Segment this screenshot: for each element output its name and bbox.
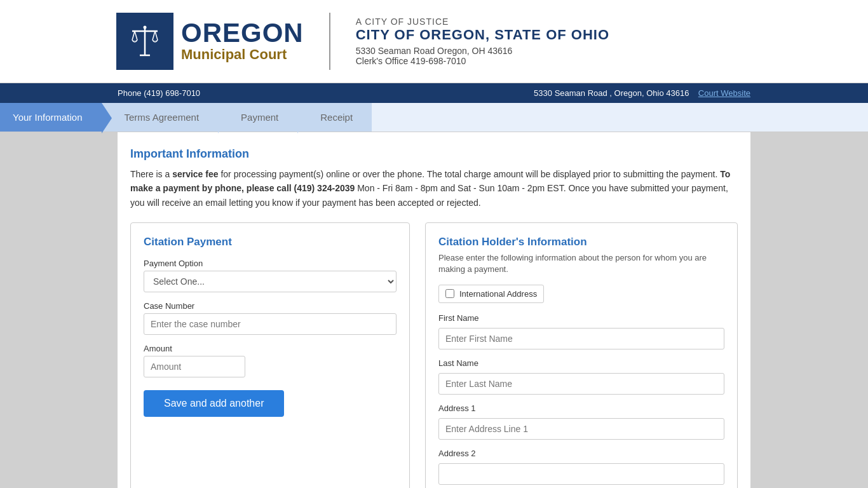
case-number-input[interactable] [144, 313, 397, 335]
step-label-receipt: Receipt [320, 112, 353, 123]
svg-line-4 [153, 31, 155, 40]
address1-label: Address 1 [438, 403, 724, 413]
first-name-input[interactable] [438, 328, 724, 349]
court-tagline: A CITY OF JUSTICE [356, 17, 609, 27]
step-label-terms-agreement: Terms Agreement [125, 112, 200, 123]
international-address-text: International Address [459, 289, 537, 299]
header: OREGON Municipal Court A CITY OF JUSTICE… [0, 0, 868, 83]
step-receipt[interactable]: Receipt [297, 103, 372, 132]
payment-option-group: Payment Option Select One... Credit Card… [144, 259, 397, 292]
court-address: 5330 Seaman Road Oregon, OH 43616 [356, 46, 609, 56]
last-name-group: Last Name [438, 358, 724, 395]
main-content: Important Information There is a service… [118, 132, 750, 488]
step-label-payment: Payment [241, 112, 278, 123]
nav-right: 5330 Seaman Road , Oregon, Ohio 43616 Co… [534, 88, 750, 98]
case-number-group: Case Number [144, 301, 397, 335]
payment-option-select[interactable]: Select One... Credit Card Check [144, 271, 397, 292]
form-columns: Citation Payment Payment Option Select O… [118, 222, 750, 488]
logo-text: OREGON Municipal Court [181, 20, 304, 63]
step-terms-agreement[interactable]: Terms Agreement [102, 103, 219, 132]
court-website-link[interactable]: Court Website [698, 88, 750, 98]
address1-input[interactable] [438, 418, 724, 440]
international-address-checkbox[interactable] [445, 289, 454, 298]
nav-bar: Phone (419) 698-7010 5330 Seaman Road , … [0, 83, 868, 103]
payment-option-label: Payment Option [144, 259, 397, 268]
save-add-another-button[interactable]: Save and add another [144, 390, 284, 417]
svg-line-3 [135, 31, 137, 40]
international-address-label[interactable]: International Address [438, 285, 544, 303]
logo-block: OREGON Municipal Court [116, 13, 330, 70]
citation-payment-title: Citation Payment [144, 236, 397, 248]
case-number-label: Case Number [144, 301, 397, 311]
logo-oregon-text: OREGON [181, 20, 304, 46]
court-logo-icon [116, 13, 173, 70]
first-name-label: First Name [438, 313, 724, 323]
logo-municipal-text: Municipal Court [181, 46, 304, 63]
citation-payment-card: Citation Payment Payment Option Select O… [130, 222, 410, 488]
amount-group: Amount [144, 344, 397, 377]
svg-line-5 [155, 31, 158, 40]
important-text-part1: There is a [130, 169, 172, 179]
nav-address: 5330 Seaman Road , Oregon, Ohio 43616 [534, 88, 689, 98]
citation-holder-title: Citation Holder's Information [438, 236, 724, 248]
address1-group: Address 1 [438, 403, 724, 440]
step-payment[interactable]: Payment [218, 103, 297, 132]
court-info: A CITY OF JUSTICE CITY OF OREGON, STATE … [330, 17, 609, 66]
important-text: There is a service fee for processing pa… [130, 167, 738, 210]
citation-holder-card: Citation Holder's Information Please ent… [425, 222, 738, 488]
amount-label: Amount [144, 344, 397, 353]
important-text-part2: for processing payment(s) online or over… [219, 169, 721, 179]
step-your-information[interactable]: Your Information [0, 103, 102, 132]
address2-label: Address 2 [438, 449, 724, 458]
phone-label: Phone (419) 698-7010 [118, 88, 200, 98]
address2-input[interactable] [438, 463, 724, 485]
important-title: Important Information [130, 147, 738, 161]
step-label-your-information: Your Information [13, 112, 83, 123]
important-bold1: service fee [172, 169, 218, 179]
svg-line-2 [132, 31, 135, 40]
svg-point-7 [144, 26, 147, 29]
citation-holder-subtitle: Please enter the following information a… [438, 252, 724, 275]
amount-input[interactable] [144, 356, 245, 377]
address2-group: Address 2 [438, 449, 724, 485]
last-name-input[interactable] [438, 373, 724, 395]
important-section: Important Information There is a service… [118, 147, 750, 222]
court-clerk: Clerk's Office 419-698-7010 [356, 56, 609, 66]
steps-bar: Your Information Terms Agreement Payment… [0, 103, 868, 132]
first-name-group: First Name [438, 313, 724, 349]
last-name-label: Last Name [438, 358, 724, 368]
court-city-name: CITY OF OREGON, STATE OF OHIO [356, 27, 609, 43]
